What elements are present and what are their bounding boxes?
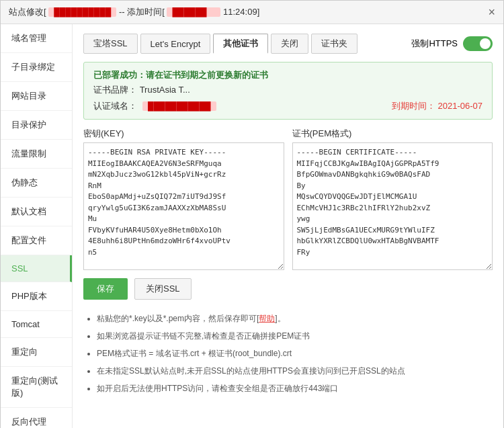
sidebar-item-subdir[interactable]: 子目录绑定: [1, 53, 72, 82]
cert-brand-value: TrustAsia T...: [140, 85, 190, 95]
tip-item-4: 在未指定SSL默认站点时,未开启SSL的站点使用HTTPS会直接访问到已开启SS…: [97, 363, 493, 379]
modal-window: 站点修改[ ██████████ -- 添加时间[ ██████ 11:24:0…: [0, 0, 504, 428]
cert-label: 证书(PEM格式): [292, 128, 493, 140]
tip-item-2: 如果浏览器提示证书链不完整,请检查是否正确拼接PEM证书: [97, 328, 493, 344]
sidebar-item-reverse-proxy[interactable]: 反向代理: [1, 408, 72, 428]
cert-expire: 到期时间： 2021-06-07: [392, 100, 482, 112]
tip-item-1: 粘贴您的*.key以及*.pem内容，然后保存即可[帮助]。: [97, 310, 493, 327]
cert-brand-label: 证书品牌：: [93, 85, 137, 95]
modal-body: 域名管理 子目录绑定 网站目录 目录保护 流量限制 伪静态 默认文档 配置文件 …: [1, 24, 503, 428]
tip-item-3: PEM格式证书 = 域名证书.crt + 根证书(root_bundle).cr…: [97, 345, 493, 361]
key-textarea[interactable]: -----BEGIN RSA PRIVATE KEY----- MIIEogIB…: [83, 142, 284, 270]
tab-lets-encrypt[interactable]: Let's Encrypt: [140, 34, 211, 54]
close-button[interactable]: ×: [488, 6, 495, 18]
save-button[interactable]: 保存: [83, 278, 128, 300]
sidebar-item-php-version[interactable]: PHP版本: [1, 282, 72, 311]
sidebar: 域名管理 子目录绑定 网站目录 目录保护 流量限制 伪静态 默认文档 配置文件 …: [1, 24, 73, 428]
tab-close[interactable]: 关闭: [271, 34, 308, 54]
cert-brand-row: 证书品牌： TrustAsia T...: [93, 84, 482, 96]
content-area: 宝塔SSL Let's Encrypt 其他证书 关闭 证书夹 强制HTTPS …: [73, 24, 503, 428]
cert-domain-label: 认证域名：: [93, 100, 137, 112]
sidebar-item-pseudo-static[interactable]: 伪静态: [1, 169, 72, 198]
key-label: 密钥(KEY): [83, 128, 284, 140]
tab-group: 宝塔SSL Let's Encrypt 其他证书 关闭 证书夹: [83, 34, 358, 54]
cert-domain-row: 认证域名： ███████████ 到期时间： 2021-06-07: [93, 100, 482, 112]
domain-redacted: ██████████: [48, 7, 116, 17]
tab-baota-ssl[interactable]: 宝塔SSL: [83, 34, 138, 54]
sidebar-item-domain[interactable]: 域名管理: [1, 24, 72, 53]
modal-header: 站点修改[ ██████████ -- 添加时间[ ██████ 11:24:0…: [1, 1, 503, 24]
close-ssl-button[interactable]: 关闭SSL: [134, 278, 192, 300]
tips-list: 粘贴您的*.key以及*.pem内容，然后保存即可[帮助]。 如果浏览器提示证书…: [83, 310, 493, 396]
tab-cert-folder[interactable]: 证书夹: [311, 34, 358, 54]
sidebar-item-config-file[interactable]: 配置文件: [1, 226, 72, 255]
sidebar-item-redirect[interactable]: 重定向: [1, 338, 72, 367]
tabs-row: 宝塔SSL Let's Encrypt 其他证书 关闭 证书夹 强制HTTPS: [83, 34, 493, 54]
help-link[interactable]: 帮助: [259, 314, 275, 323]
sidebar-item-ssl[interactable]: SSL: [1, 255, 72, 282]
sidebar-item-tomcat[interactable]: Tomcat: [1, 311, 72, 338]
sidebar-item-dir-protect[interactable]: 目录保护: [1, 111, 72, 140]
modal-title: 站点修改[ ██████████ -- 添加时间[ ██████ 11:24:0…: [9, 6, 259, 18]
tab-other-cert[interactable]: 其他证书: [213, 34, 268, 54]
time-redacted: ██████: [167, 7, 220, 17]
https-toggle-group: 强制HTTPS: [411, 36, 493, 51]
sidebar-item-website-dir[interactable]: 网站目录: [1, 82, 72, 111]
action-row: 保存 关闭SSL: [83, 278, 493, 300]
tip-item-5: 如开启后无法使用HTTPS访问，请检查安全组是否正确放行443端口: [97, 380, 493, 396]
https-toggle-switch[interactable]: [463, 36, 493, 51]
cert-success-title: 已部署成功：请在证书到期之前更换新的证书: [93, 69, 482, 81]
cert-success-box: 已部署成功：请在证书到期之前更换新的证书 证书品牌： TrustAsia T..…: [83, 62, 493, 120]
key-block: 密钥(KEY) -----BEGIN RSA PRIVATE KEY----- …: [83, 128, 284, 270]
textareas-row: 密钥(KEY) -----BEGIN RSA PRIVATE KEY----- …: [83, 128, 493, 270]
cert-textarea[interactable]: -----BEGIN CERTIFICATE----- MIIFqjCCBJKg…: [292, 142, 493, 270]
sidebar-item-traffic[interactable]: 流量限制: [1, 140, 72, 169]
cert-domain-value: ███████████: [142, 101, 216, 111]
https-toggle-label: 强制HTTPS: [411, 38, 458, 50]
sidebar-item-redirect-test[interactable]: 重定向(测试版): [1, 367, 72, 408]
cert-block: 证书(PEM格式) -----BEGIN CERTIFICATE----- MI…: [292, 128, 493, 270]
sidebar-item-default-doc[interactable]: 默认文档: [1, 198, 72, 226]
